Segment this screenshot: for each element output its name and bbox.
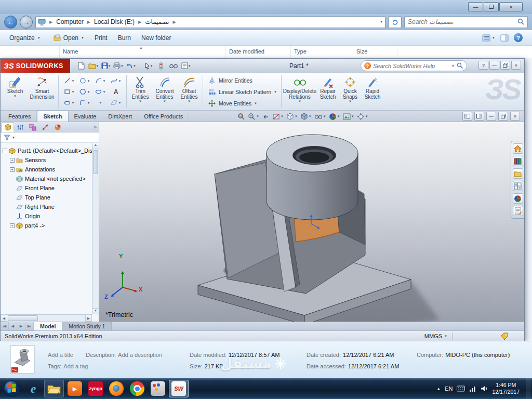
dimxpertmanager-tab[interactable] bbox=[39, 122, 51, 132]
tree-filter-row[interactable]: ▼ bbox=[1, 132, 99, 143]
scroll-thumb[interactable] bbox=[93, 150, 98, 174]
column-header-name[interactable]: Name ▲ bbox=[60, 46, 226, 58]
next-tab-button[interactable]: ▶ bbox=[17, 322, 25, 330]
sw-minimize-button[interactable]: — bbox=[489, 61, 499, 70]
taskbar-chrome-button[interactable] bbox=[127, 380, 147, 397]
sw-resources-button[interactable] bbox=[513, 143, 523, 154]
configurationmanager-tab[interactable] bbox=[26, 122, 39, 132]
edit-appearance-button[interactable]: ▼ bbox=[328, 112, 341, 121]
arc-tool[interactable]: ▼ bbox=[92, 75, 108, 86]
undo-button[interactable]: ▼ bbox=[125, 61, 137, 71]
taskbar-explorer-button[interactable] bbox=[44, 380, 64, 397]
tree-item-sensors[interactable]: + Sensors bbox=[3, 155, 99, 165]
plane-tool[interactable]: ▼ bbox=[108, 97, 124, 108]
organize-button[interactable]: Organize▼ bbox=[4, 32, 46, 44]
last-tab-button[interactable]: ▶| bbox=[25, 322, 34, 330]
tree-item-right-plane[interactable]: Right Plane bbox=[3, 202, 99, 211]
propertymanager-tab[interactable] bbox=[14, 122, 26, 132]
print-button-sw[interactable]: ▼ bbox=[113, 61, 124, 71]
tab-office-products[interactable]: Office Products bbox=[138, 111, 189, 122]
model-viewport[interactable] bbox=[99, 122, 524, 322]
scroll-up-icon[interactable]: ▲ bbox=[92, 143, 99, 149]
explorer-maximize-button[interactable] bbox=[484, 2, 499, 11]
tree-item-part4[interactable]: + part4 -> bbox=[3, 221, 99, 230]
view-orientation-button[interactable]: ▼ bbox=[286, 112, 298, 121]
tree-horizontal-scrollbar[interactable]: ◀ ▶ bbox=[1, 314, 92, 322]
motion-study-tab[interactable]: Motion Study 1 bbox=[62, 322, 112, 330]
explorer-minimize-button[interactable]: — bbox=[468, 2, 483, 11]
refresh-button[interactable] bbox=[388, 16, 402, 28]
spline-tool[interactable]: ▼ bbox=[108, 75, 124, 86]
taskbar-clock[interactable]: 1:46 PM 12/17/2017 bbox=[492, 382, 522, 395]
column-header-type[interactable]: Type bbox=[291, 46, 353, 58]
burn-button[interactable]: Burn bbox=[113, 32, 136, 44]
collapse-icon[interactable]: − bbox=[3, 149, 7, 153]
display-style-button[interactable]: ▼ bbox=[300, 112, 312, 121]
taskbar-paint-button[interactable] bbox=[148, 380, 168, 397]
tile-right-button[interactable] bbox=[474, 112, 484, 121]
tree-item-material[interactable]: Material <not specified> bbox=[3, 174, 99, 183]
expand-icon[interactable]: + bbox=[10, 167, 15, 172]
prev-tab-button[interactable]: ◀ bbox=[9, 322, 17, 330]
slot-tool[interactable]: ▼ bbox=[61, 97, 77, 108]
search-icon[interactable] bbox=[517, 18, 525, 25]
taskbar-solidworks-button[interactable]: SW bbox=[169, 380, 189, 397]
open-button[interactable]: Open▼ bbox=[48, 32, 89, 44]
tags-placeholder[interactable]: Add a tag bbox=[63, 363, 88, 369]
doc-close-button[interactable]: × bbox=[510, 112, 520, 121]
displaymanager-tab[interactable] bbox=[51, 122, 64, 132]
description-field[interactable]: Description:Add a description bbox=[86, 352, 190, 358]
units-selector[interactable]: MMGS ▼ bbox=[424, 333, 447, 339]
taskbar-ie-button[interactable]: e bbox=[23, 380, 43, 397]
column-header-size[interactable]: Size bbox=[353, 46, 397, 58]
breadcrumb-item-folder[interactable]: تصميمات bbox=[145, 18, 169, 25]
view-settings-button[interactable]: ▼ bbox=[356, 112, 369, 121]
apply-scene-button[interactable]: ▼ bbox=[342, 112, 355, 121]
options-button[interactable]: ▼ bbox=[180, 61, 192, 71]
section-view-button[interactable]: ▼ bbox=[272, 112, 284, 121]
sketch-button[interactable]: Sketch ▼ bbox=[3, 73, 28, 110]
column-header-date-modified[interactable]: Date modified bbox=[226, 46, 291, 58]
repair-sketch-button[interactable]: Repair Sketch bbox=[316, 73, 339, 110]
back-button[interactable]: ← bbox=[4, 16, 17, 29]
tab-evaluate[interactable]: Evaluate bbox=[69, 111, 103, 122]
zoom-fit-button[interactable] bbox=[237, 112, 246, 121]
sw-restore-button[interactable] bbox=[500, 61, 510, 70]
circle-tool[interactable]: ▼ bbox=[77, 75, 92, 86]
open-document-button[interactable]: ▼ bbox=[88, 61, 99, 71]
chevron-double-icon[interactable]: » bbox=[94, 124, 97, 130]
new-folder-button[interactable]: New folder bbox=[136, 32, 176, 44]
start-button[interactable] bbox=[1, 378, 23, 399]
expand-icon[interactable]: + bbox=[10, 158, 15, 163]
tag-button[interactable] bbox=[500, 332, 509, 340]
appearances-button[interactable] bbox=[513, 193, 523, 204]
design-library-button[interactable] bbox=[513, 156, 523, 166]
taskbar-media-player-button[interactable]: ▶ bbox=[65, 380, 85, 397]
linear-pattern-button[interactable]: Linear Sketch Pattern ▼ bbox=[205, 86, 280, 98]
help-search-input[interactable] bbox=[373, 63, 449, 69]
rectangle-tool[interactable]: ▼ bbox=[61, 86, 77, 97]
title-placeholder[interactable]: Add a title bbox=[48, 352, 86, 358]
tab-features[interactable]: Features bbox=[3, 111, 37, 122]
trim-entities-button[interactable]: Trim Entities ▼ bbox=[128, 73, 152, 110]
keyboard-tray-icon[interactable] bbox=[457, 385, 465, 392]
search-icon[interactable] bbox=[457, 62, 463, 69]
line-tool[interactable]: ▼ bbox=[61, 75, 77, 86]
quick-snaps-button[interactable]: Quick Snaps ▼ bbox=[339, 73, 361, 110]
breadcrumb-dropdown-icon[interactable]: ▼ bbox=[380, 20, 383, 23]
tab-dimxpert[interactable]: DimXpert bbox=[102, 111, 138, 122]
description-placeholder[interactable]: Add a description bbox=[118, 352, 162, 358]
tree-vertical-scrollbar[interactable]: ▲ ▼ bbox=[92, 143, 99, 314]
tree-item-annotations[interactable]: + Annotations bbox=[3, 165, 99, 174]
tree-item-front-plane[interactable]: Front Plane bbox=[3, 183, 99, 193]
tree-item-origin[interactable]: Origin bbox=[3, 211, 99, 221]
sw-close-button[interactable]: × bbox=[511, 61, 521, 70]
network-tray-icon[interactable] bbox=[469, 385, 476, 392]
language-indicator[interactable]: EN bbox=[445, 385, 453, 392]
scroll-left-button[interactable]: ◀ bbox=[1, 315, 7, 322]
chevron-down-icon[interactable]: ▼ bbox=[451, 64, 455, 68]
point-tool[interactable] bbox=[92, 97, 108, 108]
previous-view-button[interactable] bbox=[261, 112, 270, 121]
scroll-thumb[interactable] bbox=[8, 315, 38, 321]
print-button[interactable]: Print bbox=[89, 32, 113, 44]
